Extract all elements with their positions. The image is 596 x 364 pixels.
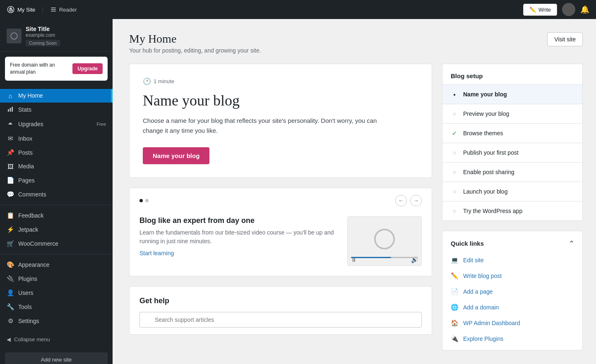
setup-step-enable-sharing[interactable]: ○ Enable post sharing xyxy=(442,163,582,182)
step-icon-launch-blog: ○ xyxy=(451,188,458,195)
sidebar-item-label: Pages xyxy=(18,177,35,184)
sidebar-item-settings[interactable]: ⚙ Settings xyxy=(0,314,113,328)
sidebar-item-stats[interactable]: Stats xyxy=(0,103,113,117)
carousel-next-button[interactable]: → xyxy=(410,195,422,206)
video-thumbnail[interactable]: ⏸ 🔊 xyxy=(347,216,422,266)
sidebar-item-appearance[interactable]: 🎨 Appearance xyxy=(0,258,113,272)
visit-site-button[interactable]: Visit site xyxy=(547,32,583,46)
sidebar-item-label: My Home xyxy=(18,92,43,99)
step-icon-publish-post: ○ xyxy=(451,149,458,156)
sidebar-item-inbox[interactable]: ✉ Inbox xyxy=(0,132,113,146)
upgrade-text: Free domain with an annual plan xyxy=(10,62,69,76)
site-header[interactable]: Site Title example.com Coming Soon xyxy=(0,19,113,52)
clock-icon: 🕐 xyxy=(143,77,151,85)
expert-title: Blog like an expert from day one xyxy=(139,216,346,225)
sidebar-item-my-home[interactable]: ⌂ My Home xyxy=(0,89,113,103)
page-header: My Home Your hub for posting, editing, a… xyxy=(129,32,583,54)
feedback-icon: 📋 xyxy=(7,212,14,219)
setup-step-browse-themes[interactable]: ✓ Browse themes xyxy=(442,124,582,143)
wp-logo xyxy=(372,227,397,256)
setup-step-preview-blog[interactable]: ○ Preview your blog xyxy=(442,104,582,124)
setup-time: 🕐 1 minute xyxy=(143,77,418,85)
step-icon-preview-blog: ○ xyxy=(451,110,458,117)
sidebar-item-comments[interactable]: 💬 Comments xyxy=(0,187,113,201)
setup-step-launch-blog[interactable]: ○ Launch your blog xyxy=(442,182,582,201)
sidebar-item-woocommerce[interactable]: 🛒 WooCommerce xyxy=(0,237,113,251)
quick-link-edit-site[interactable]: 💻 Edit site xyxy=(442,252,582,268)
quick-link-add-domain[interactable]: 🌐 Add a domain xyxy=(442,299,582,315)
quick-link-explore-plugins[interactable]: 🔌 Explore Plugins xyxy=(442,331,582,347)
plugin-icon: 🔌 xyxy=(451,335,458,342)
my-home-icon: ⌂ xyxy=(7,92,14,99)
globe-icon: 🌐 xyxy=(451,304,458,311)
sidebar-item-label: Jetpack xyxy=(18,226,38,233)
sidebar-item-label: Inbox xyxy=(18,135,32,142)
volume-icon[interactable]: 🔊 xyxy=(411,256,418,263)
setup-description: Choose a name for your blog that reflect… xyxy=(143,116,391,136)
setup-list: ● Name your blog ○ Preview your blog ✓ B… xyxy=(442,85,582,220)
page-title: My Home xyxy=(129,32,261,46)
sidebar-item-label: WooCommerce xyxy=(18,240,58,247)
upgrades-badge: Free xyxy=(96,122,106,127)
sidebar-item-upgrades[interactable]: Upgrades Free xyxy=(0,117,113,132)
plugins-icon: 🔌 xyxy=(7,275,14,283)
step-icon-wordpress-app: ○ xyxy=(451,207,458,215)
play-pause-icon[interactable]: ⏸ xyxy=(351,256,357,263)
sidebar-item-jetpack[interactable]: ⚡ Jetpack xyxy=(0,223,113,237)
sidebar-item-label: Feedback xyxy=(18,212,43,219)
carousel-prev-button[interactable]: ← xyxy=(395,195,407,206)
page-icon: 📄 xyxy=(451,288,458,295)
help-card: Get help 🔍 xyxy=(129,286,432,335)
upgrade-banner: Free domain with an annual plan Upgrade xyxy=(5,57,108,81)
sidebar-item-label: Appearance xyxy=(18,261,50,268)
sidebar-item-plugins[interactable]: 🔌 Plugins xyxy=(0,272,113,286)
collapse-menu[interactable]: ◀ Collapse menu xyxy=(0,331,113,347)
sidebar-item-label: Stats xyxy=(18,106,31,113)
my-site-logo[interactable]: My Site xyxy=(7,5,35,14)
sidebar-item-feedback[interactable]: 📋 Feedback xyxy=(0,208,113,223)
start-learning-link[interactable]: Start learning xyxy=(139,250,346,256)
woocommerce-icon: 🛒 xyxy=(7,240,14,247)
sidebar-item-posts[interactable]: 📌 Posts xyxy=(0,146,113,160)
setup-step-publish-post[interactable]: ○ Publish your first post xyxy=(442,143,582,163)
step-icon-name-blog: ● xyxy=(451,91,458,98)
upgrade-button[interactable]: Upgrade xyxy=(72,63,103,74)
admin-icon: 🏠 xyxy=(451,319,458,327)
user-avatar[interactable] xyxy=(562,3,575,16)
sidebar-item-pages[interactable]: 📄 Pages xyxy=(0,173,113,187)
name-your-blog-button[interactable]: Name your blog xyxy=(143,147,209,164)
nav-divider-1 xyxy=(0,205,113,205)
sidebar-item-tools[interactable]: 🔧 Tools xyxy=(0,300,113,314)
stats-icon xyxy=(7,106,14,114)
search-support-input[interactable] xyxy=(139,312,422,328)
main-content: My Home Your hub for posting, editing, a… xyxy=(113,19,596,364)
carousel-dot-2 xyxy=(145,199,149,202)
site-name: Site Title xyxy=(26,26,60,32)
expert-content: Blog like an expert from day one Learn t… xyxy=(130,206,432,276)
sidebar-item-users[interactable]: 👤 Users xyxy=(0,286,113,300)
notification-bell[interactable]: 🔔 xyxy=(580,5,589,14)
svg-rect-1 xyxy=(51,9,56,10)
quick-link-add-page[interactable]: 📄 Add a page xyxy=(442,284,582,299)
step-icon-browse-themes: ✓ xyxy=(451,129,458,137)
sidebar-item-label: Media xyxy=(18,163,34,170)
left-column: 🕐 1 minute Name your blog Choose a name … xyxy=(129,64,432,350)
page-subtitle: Your hub for posting, editing, and growi… xyxy=(129,47,261,54)
setup-step-name-blog[interactable]: ● Name your blog xyxy=(442,85,582,104)
posts-icon: 📌 xyxy=(7,149,14,156)
help-title: Get help xyxy=(139,297,422,305)
quick-link-write-post[interactable]: ✏️ Write blog post xyxy=(442,268,582,284)
reader-link[interactable]: Reader xyxy=(50,6,77,13)
collapse-icon[interactable]: ⌃ xyxy=(569,239,574,247)
sidebar-item-media[interactable]: 🖼 Media xyxy=(0,160,113,173)
sidebar-item-label: Posts xyxy=(18,149,33,156)
name-your-blog-card: 🕐 1 minute Name your blog Choose a name … xyxy=(129,64,432,178)
add-new-site-button[interactable]: Add new site xyxy=(5,352,108,364)
write-button[interactable]: ✏️ Write xyxy=(523,4,557,16)
layout: Site Title example.com Coming Soon Free … xyxy=(0,0,596,364)
quick-link-admin-dashboard[interactable]: 🏠 WP Admin Dashboard xyxy=(442,315,582,331)
sidebar-item-label: Users xyxy=(18,290,34,296)
carousel-dot-1 xyxy=(139,199,143,202)
setup-step-wordpress-app[interactable]: ○ Try the WordPress app xyxy=(442,201,582,220)
sidebar-item-label: Plugins xyxy=(18,275,37,282)
